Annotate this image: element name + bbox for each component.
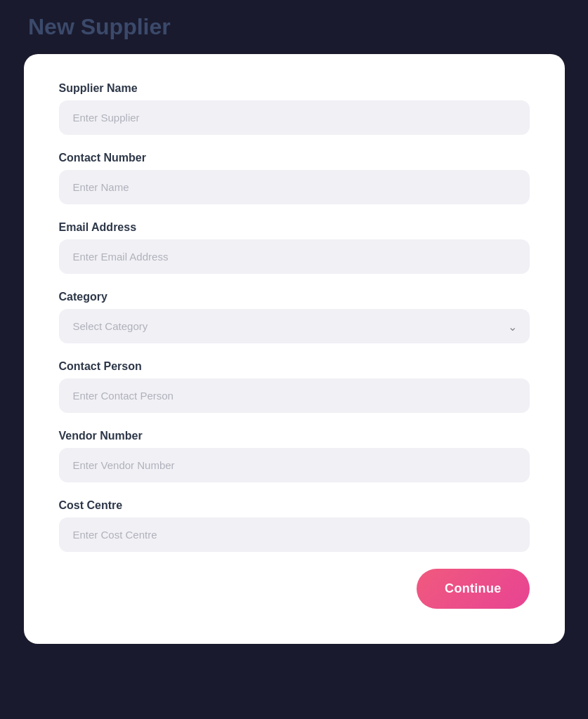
supplier-name-group: Supplier Name — [59, 82, 530, 135]
contact-number-input[interactable] — [59, 170, 530, 204]
category-select-wrapper: Select Category ⌄ — [59, 309, 530, 343]
email-address-group: Email Address — [59, 221, 530, 274]
page-title: New Supplier — [21, 14, 567, 40]
contact-person-label: Contact Person — [59, 360, 530, 373]
contact-number-label: Contact Number — [59, 152, 530, 164]
category-select[interactable]: Select Category — [59, 309, 530, 343]
form-card: Supplier Name Contact Number Email Addre… — [24, 54, 565, 644]
vendor-number-label: Vendor Number — [59, 430, 530, 442]
vendor-number-input[interactable] — [59, 448, 530, 482]
vendor-number-group: Vendor Number — [59, 430, 530, 482]
email-address-input[interactable] — [59, 239, 530, 274]
supplier-name-input[interactable] — [59, 100, 530, 135]
cost-centre-label: Cost Centre — [59, 499, 530, 512]
continue-button[interactable]: Continue — [417, 569, 529, 609]
category-label: Category — [59, 291, 530, 303]
cost-centre-input[interactable] — [59, 517, 530, 552]
cost-centre-group: Cost Centre — [59, 499, 530, 552]
contact-number-group: Contact Number — [59, 152, 530, 204]
email-address-label: Email Address — [59, 221, 530, 234]
contact-person-group: Contact Person — [59, 360, 530, 413]
contact-person-input[interactable] — [59, 378, 530, 413]
supplier-name-label: Supplier Name — [59, 82, 530, 95]
form-footer: Continue — [59, 569, 530, 609]
category-group: Category Select Category ⌄ — [59, 291, 530, 343]
